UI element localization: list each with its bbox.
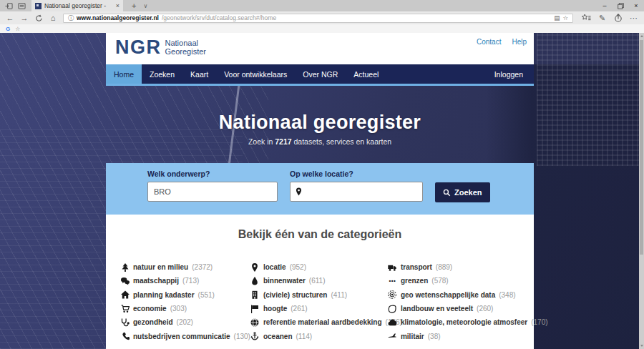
category-link-economie[interactable]: economie(303) bbox=[120, 302, 250, 315]
category-link-planning-kadaster[interactable]: planning kadaster(551) bbox=[120, 288, 250, 302]
browser-toolbar: ← → ⌂ ⓘ www.nationaalgeoregister.nl /geo… bbox=[0, 11, 644, 24]
phone-icon bbox=[120, 332, 130, 341]
category-link-grenzen[interactable]: •••grenzen(578) bbox=[388, 274, 548, 287]
home-icon[interactable]: ⌂ bbox=[46, 14, 60, 22]
category-count: (348) bbox=[499, 291, 515, 299]
scrollbar-up-arrow-icon[interactable] bbox=[639, 33, 644, 39]
main-nav-items: HomeZoekenKaartVoor ontwikkelaarsOver NG… bbox=[106, 64, 386, 84]
web-note-pen-icon[interactable]: ✎ bbox=[597, 14, 607, 23]
main-nav: HomeZoekenKaartVoor ontwikkelaarsOver NG… bbox=[106, 64, 534, 86]
category-count: (952) bbox=[290, 263, 306, 271]
categories-section: Bekijk één van de categorieën natuur en … bbox=[106, 215, 534, 349]
contact-link[interactable]: Contact bbox=[477, 38, 501, 46]
refresh-icon[interactable] bbox=[31, 14, 46, 22]
reading-view-icon[interactable]: ▤ bbox=[554, 14, 560, 21]
category-link-referentie-materiaal-aardbedekking[interactable]: referentie materiaal aardbedekking(186) bbox=[250, 315, 388, 329]
address-bar[interactable]: ⓘ www.nationaalgeoregister.nl /geonetwor… bbox=[63, 14, 573, 23]
category-count: (611) bbox=[309, 277, 326, 285]
bullseye-icon bbox=[388, 290, 397, 300]
category-column: locatie(952)binnenwater(611)(civiele) st… bbox=[250, 260, 388, 343]
hero: Nationaal georegister Zoek in 7217 datas… bbox=[106, 86, 534, 163]
category-count: (261) bbox=[291, 305, 307, 313]
window-close-button[interactable]: × bbox=[628, 0, 644, 11]
city-blocks-decoration bbox=[537, 33, 639, 166]
add-favorite-star-icon[interactable]: ☆ bbox=[562, 14, 568, 21]
category-link-oceanen[interactable]: oceanen(114) bbox=[250, 329, 388, 343]
category-label: grenzen bbox=[401, 277, 428, 285]
set-tabs-aside-icon[interactable] bbox=[4, 1, 13, 10]
more-options-icon[interactable]: ⋯ bbox=[629, 14, 638, 23]
category-label: locatie bbox=[263, 263, 286, 271]
nav-item-over-ngr[interactable]: Over NGR bbox=[295, 64, 346, 84]
category-link-natuur-en-milieu[interactable]: natuur en milieu(2372) bbox=[120, 260, 250, 274]
category-label: transport bbox=[401, 263, 432, 271]
category-link-militair[interactable]: militair(38) bbox=[388, 329, 548, 343]
logo-line2: Georegister bbox=[165, 48, 206, 56]
topic-group: Welk onderwerp? bbox=[147, 169, 278, 202]
back-icon[interactable]: ← bbox=[3, 14, 17, 22]
category-link-transport[interactable]: transport(889) bbox=[388, 260, 548, 274]
category-link-binnenwater[interactable]: binnenwater(611) bbox=[250, 274, 388, 287]
truck-icon bbox=[388, 262, 397, 272]
favorites-hub-icon[interactable] bbox=[582, 14, 591, 23]
topic-label: Welk onderwerp? bbox=[147, 169, 278, 178]
search-icon bbox=[443, 189, 451, 197]
category-label: klimatologie, meteorologie atmosfeer bbox=[401, 318, 527, 326]
category-label: natuur en milieu bbox=[133, 263, 188, 271]
category-link-nutsbedrijven-communicatie[interactable]: nutsbedrijven communicatie(130) bbox=[120, 329, 250, 343]
category-link-locatie[interactable]: locatie(952) bbox=[250, 260, 388, 274]
nav-item-actueel[interactable]: Actueel bbox=[346, 64, 386, 84]
category-link-geo-wetenschappelijke-data[interactable]: geo wetenschappelijke data(348) bbox=[388, 288, 548, 302]
category-link-klimatologie-meteorologie-atmosfeer[interactable]: klimatologie, meteorologie atmosfeer(170… bbox=[388, 315, 548, 329]
nav-item-voor-ontwikkelaars[interactable]: Voor ontwikkelaars bbox=[216, 64, 295, 84]
help-link[interactable]: Help bbox=[512, 38, 527, 46]
page-title: Nationaal georegister bbox=[106, 86, 534, 134]
subtitle-suffix: datasets, services en kaarten bbox=[292, 137, 392, 146]
ngr-logo[interactable]: NGR Nationaal Georegister bbox=[115, 38, 237, 57]
nav-item-kaart[interactable]: Kaart bbox=[182, 64, 216, 84]
tab-preview-chevron-icon[interactable]: ∨ bbox=[143, 3, 147, 9]
category-label: referentie materiaal aardbedekking bbox=[263, 318, 382, 326]
search-button-label: Zoeken bbox=[454, 188, 482, 197]
tab-close-icon[interactable]: × bbox=[116, 2, 119, 9]
category-link-maatschappij[interactable]: maatschappij(713) bbox=[120, 274, 250, 287]
share-icon[interactable] bbox=[613, 14, 623, 23]
tabs-preview-icon[interactable] bbox=[17, 1, 26, 10]
window-restore-button[interactable] bbox=[613, 0, 628, 11]
location-input[interactable] bbox=[290, 182, 423, 202]
category-label: economie bbox=[133, 305, 167, 313]
new-tab-button[interactable]: + bbox=[132, 1, 136, 10]
category-count: (2372) bbox=[192, 263, 213, 271]
nav-item-inloggen[interactable]: Inloggen bbox=[484, 64, 534, 84]
topic-input[interactable] bbox=[147, 182, 278, 202]
url-path: /geonetwork/srv/dut/catalog.search#/home bbox=[162, 14, 551, 21]
forward-icon[interactable]: → bbox=[17, 14, 31, 22]
search-button[interactable]: Zoeken bbox=[435, 182, 490, 202]
category-count: (202) bbox=[177, 318, 193, 326]
bookmark-google-favicon[interactable]: G bbox=[6, 26, 10, 32]
category-count: (260) bbox=[477, 305, 493, 313]
page-scrollbar[interactable] bbox=[639, 33, 644, 349]
nav-item-home[interactable]: Home bbox=[106, 64, 142, 84]
browser-tab[interactable]: Nationaal georegister - × bbox=[31, 0, 123, 11]
category-link-gezondheid[interactable]: gezondheid(202) bbox=[120, 315, 250, 329]
site-info-icon[interactable]: ⓘ bbox=[68, 14, 74, 22]
building-icon bbox=[250, 290, 260, 300]
category-count: (411) bbox=[331, 291, 347, 299]
category-label: militair bbox=[401, 333, 424, 340]
nav-item-zoeken[interactable]: Zoeken bbox=[142, 64, 182, 84]
category-label: hoogte bbox=[263, 305, 287, 313]
water-drop-icon bbox=[250, 276, 260, 285]
category-label: landbouw en veeteelt bbox=[401, 305, 473, 313]
category-link--civiele-structuren[interactable]: (civiele) structuren(411) bbox=[250, 288, 388, 302]
category-link-hoogte[interactable]: hoogte(261) bbox=[250, 302, 388, 315]
stethoscope-icon bbox=[120, 318, 130, 327]
anchor-icon bbox=[250, 332, 260, 341]
scrollbar-down-arrow-icon[interactable] bbox=[639, 343, 644, 349]
site-content: NGR Nationaal Georegister Contact Help H… bbox=[106, 33, 534, 349]
window-minimize-button[interactable]: – bbox=[597, 0, 613, 11]
scrollbar-thumb[interactable] bbox=[640, 40, 643, 255]
category-label: nutsbedrijven communicatie bbox=[133, 333, 230, 340]
bookmark-star-icon[interactable]: ☆ bbox=[15, 26, 20, 32]
category-link-landbouw-en-veeteelt[interactable]: landbouw en veeteelt(260) bbox=[388, 302, 548, 315]
